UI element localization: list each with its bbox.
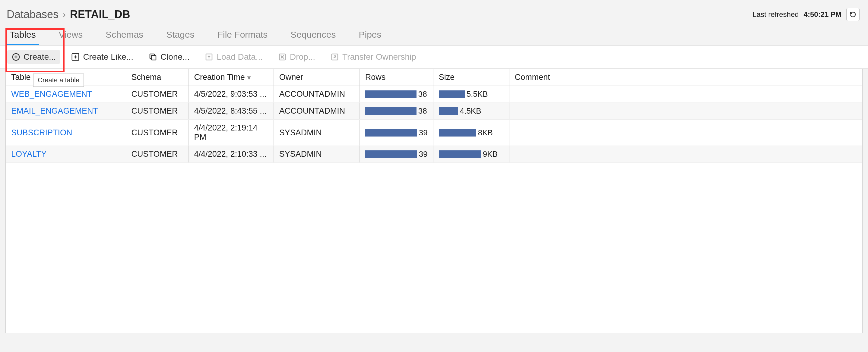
rows-bar: [365, 90, 416, 98]
rows-bar: [365, 129, 417, 136]
toolbar-button-label: Clone...: [160, 52, 190, 62]
cell-comment: [509, 146, 862, 163]
load-data-button: Load Data...: [200, 50, 267, 64]
create-tooltip: Create a table: [33, 73, 84, 87]
transfer-ownership-button: Transfer Ownership: [326, 50, 421, 64]
share-icon: [330, 53, 339, 62]
toolbar-button-label: Transfer Ownership: [342, 52, 416, 62]
rows-bar: [365, 107, 416, 115]
tabs: TablesViewsSchemasStagesFile FormatsSequ…: [0, 26, 868, 45]
tab-stages[interactable]: Stages: [163, 26, 197, 45]
rows-value: 39: [419, 150, 428, 159]
cell-size: 4.5KB: [433, 103, 509, 120]
tables-table: Table NameSchemaCreation Time▼OwnerRowsS…: [5, 69, 863, 333]
size-value: 4.5KB: [460, 106, 482, 116]
cell-created: 4/4/2022, 2:19:14 PM: [188, 120, 274, 146]
table-row[interactable]: WEB_ENGAGEMENTCUSTOMER4/5/2022, 9:03:53 …: [6, 86, 862, 103]
col-schema[interactable]: Schema: [126, 69, 188, 86]
col-size[interactable]: Size: [433, 69, 509, 86]
col-creation-time[interactable]: Creation Time▼: [188, 69, 274, 86]
rows-bar: [365, 150, 417, 158]
col-comment[interactable]: Comment: [509, 69, 862, 86]
clone-button[interactable]: Clone...: [144, 50, 194, 64]
size-value: 8KB: [478, 128, 493, 137]
toolbar: Create...Create Like...Clone...Load Data…: [0, 45, 868, 69]
cell-rows: 39: [360, 120, 433, 146]
table-row[interactable]: EMAIL_ENGAGEMENTCUSTOMER4/5/2022, 8:43:5…: [6, 103, 862, 120]
cell-created: 4/5/2022, 9:03:53 ...: [188, 86, 274, 103]
col-owner[interactable]: Owner: [274, 69, 360, 86]
chevron-right-icon: ›: [63, 9, 66, 20]
tab-tables[interactable]: Tables: [7, 26, 39, 45]
cell-owner: ACCOUNTADMIN: [274, 86, 360, 103]
tab-views[interactable]: Views: [56, 26, 86, 45]
size-bar: [439, 90, 465, 98]
cell-schema: CUSTOMER: [126, 103, 188, 120]
rows-value: 38: [418, 90, 427, 99]
rows-value: 39: [419, 128, 428, 137]
plus-square-icon: [71, 53, 80, 62]
table-name-link[interactable]: EMAIL_ENGAGEMENT: [11, 106, 98, 116]
cell-size: 5.5KB: [433, 86, 509, 103]
table-row[interactable]: SUBSCRIPTIONCUSTOMER4/4/2022, 2:19:14 PM…: [6, 120, 862, 146]
last-refreshed-label: Last refreshed: [752, 10, 799, 19]
drop-button: Drop...: [274, 50, 319, 64]
toolbar-button-label: Create...: [24, 52, 56, 62]
cell-comment: [509, 103, 862, 120]
plus-circle-icon: [11, 53, 21, 62]
table-row[interactable]: LOYALTYCUSTOMER4/4/2022, 2:10:33 ...SYSA…: [6, 146, 862, 163]
toolbar-button-label: Load Data...: [217, 52, 263, 62]
cell-comment: [509, 120, 862, 146]
toolbar-button-label: Create Like...: [83, 52, 133, 62]
cell-created: 4/4/2022, 2:10:33 ...: [188, 146, 274, 163]
create-button[interactable]: Create...: [7, 50, 60, 64]
cell-rows: 38: [360, 86, 433, 103]
tab-pipes[interactable]: Pipes: [355, 26, 384, 45]
size-bar: [439, 150, 481, 158]
copy-icon: [148, 53, 157, 62]
tab-schemas[interactable]: Schemas: [102, 26, 146, 45]
cell-schema: CUSTOMER: [126, 120, 188, 146]
cell-owner: ACCOUNTADMIN: [274, 103, 360, 120]
cell-rows: 39: [360, 146, 433, 163]
table-name-link[interactable]: LOYALTY: [11, 150, 47, 159]
cell-comment: [509, 86, 862, 103]
toolbar-button-label: Drop...: [290, 52, 315, 62]
size-bar: [439, 107, 458, 115]
svg-rect-2: [151, 56, 156, 60]
breadcrumb-root[interactable]: Databases: [7, 8, 59, 21]
cell-owner: SYSADMIN: [274, 146, 360, 163]
cell-schema: CUSTOMER: [126, 146, 188, 163]
upload-icon: [205, 53, 214, 62]
size-value: 5.5KB: [467, 90, 488, 99]
tab-sequences[interactable]: Sequences: [287, 26, 339, 45]
tab-file-formats[interactable]: File Formats: [214, 26, 271, 45]
table-name-link[interactable]: SUBSCRIPTION: [11, 128, 72, 137]
size-value: 9KB: [483, 150, 498, 159]
col-rows[interactable]: Rows: [360, 69, 433, 86]
cell-rows: 38: [360, 103, 433, 120]
cell-size: 9KB: [433, 146, 509, 163]
refresh-button[interactable]: [846, 8, 860, 21]
size-bar: [439, 129, 476, 136]
breadcrumb-current: RETAIL_DB: [70, 8, 130, 21]
refresh-icon: [849, 11, 857, 18]
cell-owner: SYSADMIN: [274, 120, 360, 146]
create-like-button[interactable]: Create Like...: [67, 50, 137, 64]
cell-size: 8KB: [433, 120, 509, 146]
table-name-link[interactable]: WEB_ENGAGEMENT: [11, 90, 92, 99]
sort-desc-icon: ▼: [246, 74, 252, 81]
breadcrumb: Databases › RETAIL_DB: [7, 8, 130, 21]
rows-value: 38: [418, 106, 427, 116]
trash-icon: [278, 53, 287, 62]
cell-schema: CUSTOMER: [126, 86, 188, 103]
cell-created: 4/5/2022, 8:43:55 ...: [188, 103, 274, 120]
last-refreshed-time: 4:50:21 PM: [804, 10, 841, 19]
